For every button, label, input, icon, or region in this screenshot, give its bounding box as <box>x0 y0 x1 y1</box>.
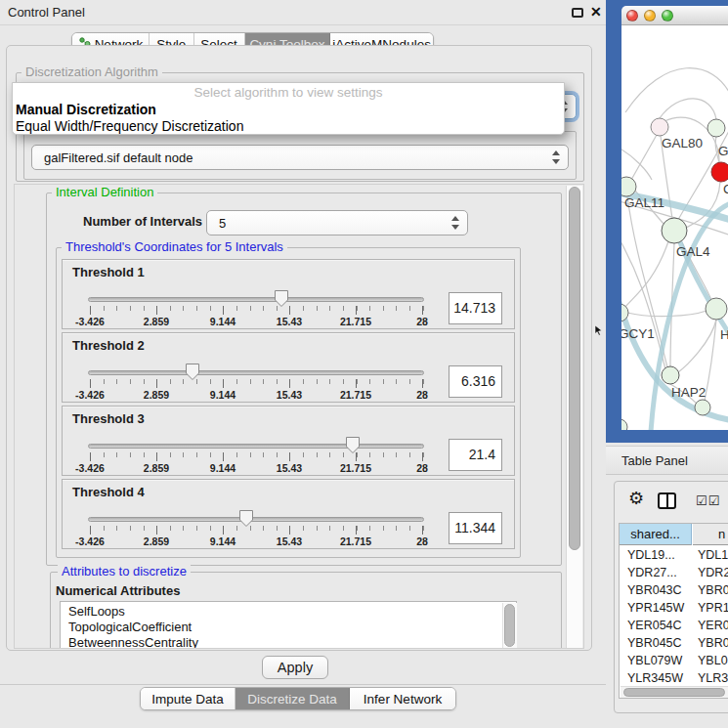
cell: YER054C <box>627 617 682 634</box>
thresholds-group-title: Threshold's Coordinates for 5 Intervals <box>62 240 287 254</box>
threshold-2-value-field[interactable]: 6.316 <box>449 365 502 398</box>
node-red-selected[interactable] <box>711 162 728 182</box>
network-window-titlebar[interactable] <box>621 6 728 25</box>
algorithm-option-equal-width[interactable]: Equal Width/Frequency Discretization <box>16 118 243 134</box>
list-item[interactable]: SelfLoops <box>68 604 125 619</box>
slider-major-ticks <box>90 379 424 388</box>
tick-label: 15.43 <box>260 389 319 401</box>
tick-label: -3.426 <box>61 389 119 401</box>
cell: YPR1 <box>698 599 728 617</box>
slider-thumb[interactable] <box>185 363 200 381</box>
list-item[interactable]: BetweennessCentrality <box>68 635 198 649</box>
cell: YDL19... <box>627 546 675 564</box>
node-ga[interactable] <box>707 119 725 137</box>
threshold-1-slider[interactable]: -3.426 2.859 9.144 15.43 21.715 28 <box>88 287 424 328</box>
slider-track[interactable] <box>88 370 424 375</box>
tick-label: -3.426 <box>61 462 119 474</box>
split-columns-icon[interactable] <box>658 492 676 509</box>
node-label-gcy1: GCY1 <box>621 326 655 341</box>
network-canvas[interactable]: GAL80 GA C GAL11 GAL4 GCY1 H HAP2 <box>621 25 728 430</box>
tick-label: -3.426 <box>61 535 119 547</box>
slider-track[interactable] <box>88 444 424 449</box>
threshold-1-label: Threshold 1 <box>72 265 145 279</box>
list-item[interactable]: TopologicalCoefficient <box>68 620 192 634</box>
table-hscrollbar-thumb[interactable] <box>623 688 725 697</box>
bottom-divider <box>0 684 606 685</box>
table-data-combobox[interactable]: galFiltered.sif default node <box>31 145 569 170</box>
threshold-2-slider[interactable]: -3.426 2.859 9.144 15.43 21.715 28 <box>88 361 424 402</box>
node-label-gal4: GAL4 <box>676 244 710 259</box>
tick-label: 9.144 <box>193 535 252 547</box>
tick-label: 2.859 <box>127 535 186 547</box>
tick-label: 9.144 <box>193 316 252 327</box>
node-unlabeled[interactable] <box>695 400 710 415</box>
slider-tick-labels: -3.426 2.859 9.144 15.43 21.715 28 <box>90 316 424 327</box>
tick-label: 28 <box>393 535 451 547</box>
threshold-1-value-field[interactable]: 14.713 <box>449 292 502 324</box>
minimize-traffic-light-icon[interactable] <box>644 10 656 21</box>
cell: YBR0 <box>698 634 728 652</box>
table-data-value: galFiltered.sif default node <box>44 150 193 165</box>
number-of-intervals-combobox[interactable]: 5 <box>206 210 468 236</box>
node-unlabeled[interactable] <box>621 419 627 430</box>
threshold-3-label: Threshold 3 <box>72 411 145 426</box>
column-header-name[interactable]: n <box>693 524 728 545</box>
table-row[interactable]: YPR145WYPR1 <box>620 599 728 617</box>
table-row[interactable]: YER054CYER0 <box>620 617 728 634</box>
table-row[interactable]: YBL079WYBL0 <box>620 652 728 669</box>
node-gal11[interactable] <box>621 177 636 196</box>
algorithm-option-manual[interactable]: Manual Discretization <box>16 102 156 117</box>
tick-label: 15.43 <box>260 316 319 327</box>
slider-thumb[interactable] <box>238 509 254 528</box>
number-of-intervals-label: Number of Intervals <box>83 214 202 229</box>
node-h[interactable] <box>706 298 727 320</box>
apply-button[interactable]: Apply <box>262 656 328 679</box>
tick-label: 9.144 <box>193 462 252 474</box>
zoom-traffic-light-icon[interactable] <box>662 10 673 21</box>
discretization-algorithm-title: Discretization Algorithm <box>21 65 162 79</box>
checkbox-icons[interactable]: ☑☑ <box>696 493 720 508</box>
cell: YDR27... <box>627 564 677 581</box>
tick-label: 15.43 <box>260 535 319 547</box>
cell: YBL0 <box>698 652 728 669</box>
close-traffic-light-icon[interactable] <box>626 10 638 21</box>
close-icon[interactable]: ✕ <box>590 4 602 20</box>
tab-discretize-data[interactable]: Discretize Data <box>236 688 350 709</box>
tick-label: 21.715 <box>326 389 385 401</box>
settings-scrollbar-thumb[interactable] <box>569 187 580 550</box>
tick-label: 28 <box>393 462 451 474</box>
panel-title: Control Panel <box>8 5 85 20</box>
node-hap2[interactable] <box>662 366 679 384</box>
float-window-icon[interactable] <box>572 8 583 18</box>
numerical-attributes-list[interactable]: SelfLoops TopologicalCoefficient Between… <box>60 601 517 649</box>
tick-label: 21.715 <box>326 535 385 547</box>
threshold-3-panel: Threshold 3 -3.426 2.859 9.144 15.43 21.… <box>62 406 515 476</box>
network-view-window[interactable]: GAL80 GA C GAL11 GAL4 GCY1 H HAP2 <box>606 0 728 443</box>
table-row[interactable]: YBR043CYBR0 <box>620 581 728 599</box>
node-attribute-table[interactable]: shared... n YDL19...YDL1 YDR27...YDR2 YB… <box>619 523 728 699</box>
algorithm-popup-hint: Select algorithm to view settings <box>13 85 564 100</box>
node-label-gal11: GAL11 <box>624 195 664 210</box>
tab-impute-data[interactable]: Impute Data <box>141 688 236 709</box>
control-panel: Control Panel ✕ Network Style Select Cyn… <box>0 0 606 728</box>
threshold-3-slider[interactable]: -3.426 2.859 9.144 15.43 21.715 28 <box>88 434 424 475</box>
slider-thumb[interactable] <box>274 289 289 308</box>
tab-infer-network[interactable]: Infer Network <box>350 688 455 709</box>
list-scrollbar-thumb[interactable] <box>504 604 515 647</box>
table-row[interactable]: YDR27...YDR2 <box>620 564 728 581</box>
threshold-4-value-field[interactable]: 11.344 <box>449 512 502 544</box>
network-graph: GAL80 GA C GAL11 GAL4 GCY1 H HAP2 <box>621 25 728 430</box>
threshold-3-value-field[interactable]: 21.4 <box>449 439 502 471</box>
cell: YBR045C <box>627 634 682 652</box>
gear-icon[interactable]: ⚙ <box>628 490 644 507</box>
slider-track[interactable] <box>88 517 424 522</box>
node-gal80[interactable] <box>651 118 668 136</box>
table-row[interactable]: YBR045CYBR0 <box>620 634 728 652</box>
column-header-shared[interactable]: shared... <box>620 524 692 545</box>
threshold-4-slider[interactable]: -3.426 2.859 9.144 15.43 21.715 28 <box>88 507 424 548</box>
node-gal4[interactable] <box>662 218 687 243</box>
table-row[interactable]: YDL19...YDL1 <box>620 546 728 564</box>
slider-track[interactable] <box>88 297 424 302</box>
number-of-intervals-value: 5 <box>219 216 226 231</box>
slider-thumb[interactable] <box>345 436 361 454</box>
